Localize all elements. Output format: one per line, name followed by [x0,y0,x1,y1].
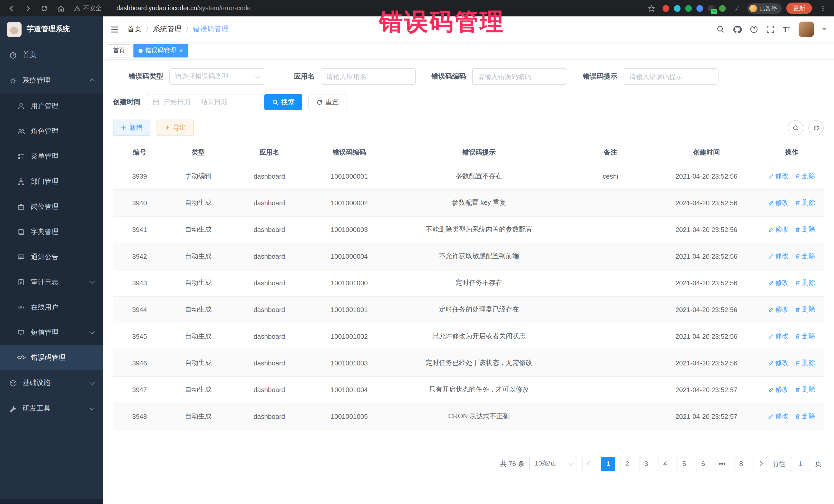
font-size-icon[interactable]: TT [783,25,790,33]
error-code-input[interactable] [472,68,567,85]
edit-button[interactable]: 修改 [768,251,789,261]
app-name-input[interactable] [321,68,416,85]
kebab-menu-icon[interactable] [816,2,829,14]
delete-button[interactable]: 删除 [795,358,815,368]
sidebar-item-online-users[interactable]: 在线用户 [0,294,103,320]
github-icon[interactable] [733,25,742,34]
reset-button[interactable]: 重置 [308,94,347,110]
error-hint-input[interactable] [623,68,719,85]
delete-button[interactable]: 删除 [795,251,815,261]
tag-error-code[interactable]: 错误码管理 × [133,44,188,57]
page-button-3[interactable]: 3 [639,457,653,471]
delete-button[interactable]: 删除 [795,305,815,314]
logo-title: 芋道管理系统 [27,25,70,34]
extension-teal-icon[interactable] [674,5,680,12]
error-type-select[interactable]: 请选择错误码类型 [169,68,264,85]
page-button-2[interactable]: 2 [620,457,634,471]
page-button-6[interactable]: 6 [696,457,710,471]
export-button[interactable]: 导出 [156,119,194,136]
cell-msg: CRON 表达式不正确 [390,403,568,430]
goto-page-input[interactable] [790,457,810,471]
extension-blue-icon[interactable] [696,5,703,12]
sidebar-item-label: 角色管理 [31,127,59,136]
page-button-4[interactable]: 4 [658,457,672,471]
refresh-table-icon[interactable] [808,120,824,135]
sidebar-item-dictionary[interactable]: 字典管理 [0,219,103,244]
help-icon[interactable] [750,25,758,34]
fullscreen-icon[interactable] [767,25,775,34]
page-button-1[interactable]: 1 [601,457,615,471]
profile-paused-chip[interactable]: 已暂停 [747,3,782,14]
edit-button[interactable]: 修改 [768,225,789,234]
edit-button[interactable]: 修改 [768,358,789,368]
edit-button[interactable]: 修改 [768,412,789,421]
breadcrumb-home[interactable]: 首页 [127,25,142,34]
prev-page-button[interactable] [582,457,596,471]
sidebar-item-positions[interactable]: 岗位管理 [0,194,103,219]
cell-type: 自动生成 [166,296,230,323]
delete-label: 删除 [802,171,815,181]
edit-button[interactable]: 修改 [768,385,789,394]
sidebar-item-notices[interactable]: 通知公告 [0,244,103,269]
browser-forward-icon[interactable] [22,2,34,14]
delete-button[interactable]: 删除 [795,278,815,287]
trash-icon [795,307,800,312]
avatar[interactable] [798,22,814,37]
sidebar-item-infrastructure[interactable]: 基础设施 [0,370,103,396]
delete-button[interactable]: 删除 [795,198,815,207]
browser-reload-icon[interactable] [38,2,50,14]
add-button[interactable]: 新增 [113,119,150,136]
cell-msg: 定时任务的处理器已经存在 [390,296,568,323]
sidebar-item-home[interactable]: 首页 [0,42,103,68]
tag-home[interactable]: 首页 [108,44,130,57]
browser-update-button[interactable]: 更新 [786,3,812,14]
delete-button[interactable]: 删除 [795,412,815,421]
sidebar-item-audit-log[interactable]: 审计日志 [0,269,103,294]
chevron-down-icon[interactable] [822,28,826,32]
table-header-row: 编号 类型 应用名 错误码编码 错误码提示 备注 创建时间 操作 [113,142,824,163]
delete-button[interactable]: 删除 [795,171,815,181]
extension-red-icon[interactable] [662,5,669,12]
toggle-search-icon[interactable] [788,120,803,135]
edit-button[interactable]: 修改 [768,278,789,287]
sidebar-item-devtools[interactable]: 研发工具 [0,396,103,421]
next-page-button[interactable] [753,457,767,471]
sidebar-item-users[interactable]: 用户管理 [0,93,103,118]
sidebar-item-menus[interactable]: 菜单管理 [0,144,103,169]
browser-home-icon[interactable] [54,2,67,14]
extension-lightgreen-icon[interactable] [719,5,725,12]
extension-green-circle-icon[interactable] [685,5,692,12]
sidebar-item-system[interactable]: 系统管理 [0,68,103,93]
filter-label: 错误码提示 [567,72,623,81]
edit-button[interactable]: 修改 [768,171,789,181]
user-icon [17,102,25,110]
page-button-5[interactable]: 5 [677,457,691,471]
page-size-select[interactable]: 10条/页 [529,457,577,471]
header-search-icon[interactable] [717,25,725,34]
edit-button[interactable]: 修改 [768,332,789,341]
sidebar-item-departments[interactable]: 部门管理 [0,169,103,194]
bookmark-star-icon[interactable] [645,2,658,14]
browser-back-icon[interactable] [5,2,18,14]
close-icon[interactable]: × [179,47,183,54]
edit-button[interactable]: 修改 [768,198,789,207]
extension-pin-icon[interactable] [730,2,742,14]
hamburger-icon[interactable] [110,25,119,34]
delete-button[interactable]: 删除 [795,385,815,394]
delete-button[interactable]: 删除 [795,225,815,234]
address-bar[interactable]: dashboard.yudao.iocoder.cn/system/error-… [116,5,251,12]
delete-button[interactable]: 删除 [795,332,815,341]
date-range-picker[interactable]: 开始日期 - 结束日期 [147,94,264,110]
sidebar-item-sms[interactable]: 短信管理 [0,320,103,345]
search-button[interactable]: 搜索 [264,94,302,110]
extension-dark-icon[interactable]: on [707,5,714,12]
breadcrumb-system[interactable]: 系统管理 [153,25,182,34]
page-button-8[interactable]: 8 [734,457,748,471]
sidebar-item-roles[interactable]: 角色管理 [0,118,103,144]
sidebar-item-error-code[interactable]: </> 错误码管理 [0,345,103,370]
edit-button[interactable]: 修改 [768,305,789,314]
page-ellipsis[interactable]: ••• [715,457,729,471]
sidebar-logo[interactable]: 芋道管理系统 [0,17,103,42]
security-indicator[interactable]: 不安全 [74,4,102,13]
briefcase-icon [17,202,25,211]
